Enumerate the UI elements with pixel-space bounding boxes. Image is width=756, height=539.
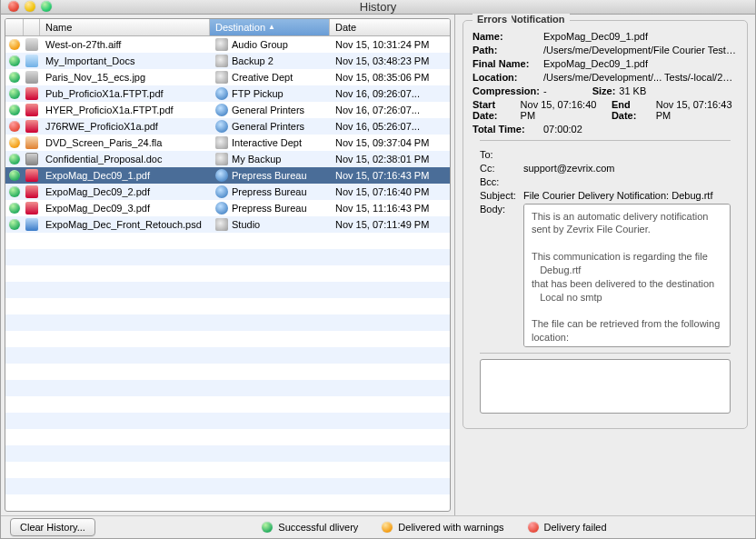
dd-finalname: ExpoMag_Dec09_1.pdf bbox=[543, 58, 738, 69]
dd-path: /Users/me/Development/File Courier Tests… bbox=[543, 45, 738, 55]
row-name: ExpoMag_Dec09_2.pdf bbox=[40, 186, 210, 197]
errors-box[interactable] bbox=[480, 359, 731, 414]
email-bcc-label: Bcc: bbox=[480, 176, 523, 187]
psd-file-icon bbox=[25, 218, 38, 231]
pdf-file-icon bbox=[25, 104, 38, 116]
table-row[interactable]: ExpoMag_Dec09_1.pdfPrepress BureauNov 15… bbox=[5, 167, 450, 184]
table-row bbox=[5, 429, 450, 445]
row-date: Nov 15, 02:38:01 PM bbox=[330, 154, 450, 165]
dd-finalname-label: Final Name: bbox=[472, 58, 543, 69]
email-body[interactable]: This is an automatic delivery notificati… bbox=[523, 204, 731, 347]
row-destination: General Printers bbox=[232, 105, 304, 115]
row-destination: Studio bbox=[232, 219, 260, 230]
status-ok-icon bbox=[9, 186, 20, 197]
col-name[interactable]: Name bbox=[40, 19, 210, 35]
doc-file-icon bbox=[25, 153, 38, 165]
table-row[interactable]: West-on-27th.aiffAudio GroupNov 15, 10:3… bbox=[5, 36, 450, 53]
disk-icon bbox=[215, 38, 228, 51]
row-date: Nov 15, 08:35:06 PM bbox=[330, 72, 450, 83]
row-date: Nov 16, 09:26:07... bbox=[330, 88, 450, 99]
table-row bbox=[5, 314, 450, 331]
aiff-file-icon bbox=[25, 38, 38, 51]
sort-ascending-icon: ▲ bbox=[268, 23, 275, 31]
status-fail-icon bbox=[528, 522, 539, 533]
table-row bbox=[5, 462, 450, 478]
folder-file-icon bbox=[25, 55, 38, 67]
status-warn-icon bbox=[9, 137, 20, 148]
pdf-file-icon bbox=[25, 169, 38, 182]
pdf-file-icon bbox=[25, 202, 38, 215]
table-row[interactable]: ExpoMag_Dec09_3.pdfPrepress BureauNov 15… bbox=[5, 200, 450, 216]
table-row bbox=[5, 494, 450, 511]
status-ok-icon bbox=[9, 55, 20, 66]
table-row[interactable]: Confidential_Proposal.docMy BackupNov 15… bbox=[5, 151, 450, 167]
table-row bbox=[5, 331, 450, 347]
footer: Clear History... Successful dlivery Deli… bbox=[1, 515, 755, 538]
col-date[interactable]: Date bbox=[330, 19, 450, 35]
errors-title: Errors bbox=[472, 14, 512, 25]
window-title: History bbox=[1, 0, 755, 14]
dd-compression: - bbox=[543, 85, 547, 96]
history-list-pane: Name Destination ▲ Date West-on-27th.aif… bbox=[1, 15, 455, 515]
dd-location: /Users/me/Development/... Tests/-local/2… bbox=[543, 72, 738, 83]
table-row[interactable]: Paris_Nov_15_ecs.jpgCreative DeptNov 15,… bbox=[5, 69, 450, 85]
row-destination: FTP Pickup bbox=[232, 88, 284, 99]
row-name: My_Important_Docs bbox=[40, 55, 210, 66]
titlebar[interactable]: History bbox=[1, 0, 755, 15]
status-warn-icon bbox=[382, 522, 393, 533]
col-destination[interactable]: Destination ▲ bbox=[210, 19, 330, 35]
dd-enddate-label: End Date: bbox=[612, 99, 652, 121]
email-to-label: To: bbox=[480, 149, 523, 160]
globe-icon bbox=[215, 169, 228, 182]
details-pane: Delivery Details Name:ExpoMag_Dec09_1.pd… bbox=[455, 15, 755, 515]
pdf-file-icon bbox=[25, 120, 38, 133]
row-name: ExpoMag_Dec09_3.pdf bbox=[40, 203, 210, 214]
row-destination: Prepress Bureau bbox=[232, 186, 307, 197]
row-name: J76RWE_ProficioX1a.pdf bbox=[40, 121, 210, 132]
row-destination: Backup 2 bbox=[232, 55, 274, 66]
table-row bbox=[5, 347, 450, 364]
status-ok-icon bbox=[9, 219, 20, 230]
row-date: Nov 15, 07:16:43 PM bbox=[330, 170, 450, 181]
row-date: Nov 15, 09:37:04 PM bbox=[330, 137, 450, 148]
row-date: Nov 16, 07:26:07... bbox=[330, 105, 450, 115]
col-filetype[interactable] bbox=[24, 19, 40, 35]
col-destination-label: Destination bbox=[215, 22, 265, 33]
col-status[interactable] bbox=[5, 19, 24, 35]
table-row[interactable]: My_Important_DocsBackup 2Nov 15, 03:48:2… bbox=[5, 53, 450, 69]
dd-size-label: Size: bbox=[592, 85, 616, 96]
globe-icon bbox=[215, 120, 228, 133]
dd-size: 31 KB bbox=[619, 85, 646, 96]
table-row[interactable]: ExpoMag_Dec09_2.pdfPrepress BureauNov 15… bbox=[5, 184, 450, 200]
table-row[interactable]: DVD_Screen_Paris_24.flaInteractive DeptN… bbox=[5, 135, 450, 151]
status-legend: Successful dlivery Delivered with warnin… bbox=[123, 522, 746, 533]
row-name: Paris_Nov_15_ecs.jpg bbox=[40, 72, 210, 83]
row-destination: Interactive Dept bbox=[232, 137, 302, 148]
row-destination: Prepress Bureau bbox=[232, 170, 307, 181]
email-subject: File Courier Delivery Notification: Debu… bbox=[523, 190, 712, 201]
table-row[interactable]: J76RWE_ProficioX1a.pdfGeneral PrintersNo… bbox=[5, 118, 450, 135]
clear-history-button[interactable]: Clear History... bbox=[10, 518, 95, 536]
table-row bbox=[5, 282, 450, 298]
table-body[interactable]: West-on-27th.aiffAudio GroupNov 15, 10:3… bbox=[5, 36, 450, 511]
globe-icon bbox=[215, 185, 228, 198]
dd-compression-label: Compression: bbox=[472, 85, 540, 96]
globe-icon bbox=[215, 104, 228, 116]
disk-icon bbox=[215, 55, 228, 67]
legend-fail: Delivery failed bbox=[544, 522, 607, 533]
status-ok-icon bbox=[9, 88, 20, 99]
table-row bbox=[5, 249, 450, 265]
table-header: Name Destination ▲ Date bbox=[5, 19, 450, 36]
table-row[interactable]: HYER_ProficioX1a.FTPT.pdfGeneral Printer… bbox=[5, 102, 450, 118]
row-destination: Prepress Bureau bbox=[232, 203, 307, 214]
email-body-label: Body: bbox=[480, 204, 523, 215]
email-cc: support@zevrix.com bbox=[523, 163, 614, 174]
table-row[interactable]: ExpoMag_Dec_Front_Retouch.psdStudioNov 1… bbox=[5, 216, 450, 233]
status-ok-icon bbox=[9, 203, 20, 214]
table-row bbox=[5, 265, 450, 282]
row-date: Nov 15, 07:11:49 PM bbox=[330, 219, 450, 230]
status-ok-icon bbox=[9, 154, 20, 165]
pdf-file-icon bbox=[25, 87, 38, 100]
table-row[interactable]: Pub_ProficioX1a.FTPT.pdfFTP PickupNov 16… bbox=[5, 85, 450, 102]
content-area: Name Destination ▲ Date West-on-27th.aif… bbox=[1, 15, 755, 515]
